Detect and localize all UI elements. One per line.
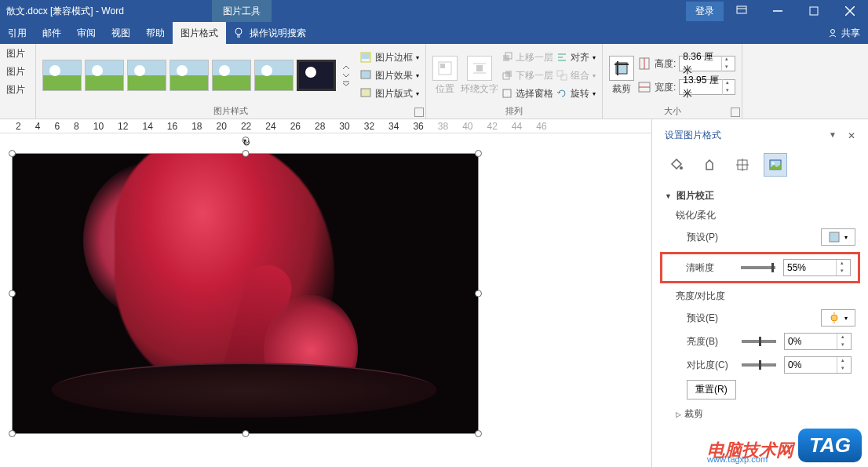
section-picture-correction[interactable]: ▼ 图片校正 [665,189,855,202]
bring-forward-button[interactable]: 上移一层 [501,51,553,64]
resize-handle[interactable] [9,290,16,297]
minimize-icon[interactable] [760,0,796,22]
brightness-input[interactable]: 0%▴▾ [784,333,852,350]
close-icon[interactable] [832,0,868,22]
resize-handle[interactable] [475,430,482,437]
layout-icon [359,87,372,100]
tab-references[interactable]: 引用 [0,22,35,44]
style-thumb[interactable] [42,60,82,91]
effects-tab-icon[interactable] [698,153,721,177]
svg-point-37 [680,166,683,170]
ribbon-item[interactable]: 图片 [6,83,29,97]
crop-button[interactable] [609,56,634,81]
scroll-up-icon[interactable] [342,64,350,71]
resize-handle[interactable] [9,430,16,437]
resize-handle[interactable] [242,430,249,437]
tab-help[interactable]: 帮助 [138,22,173,44]
svg-rect-3 [810,7,818,15]
group-label-styles: 图片样式 [42,104,419,117]
maximize-icon[interactable] [796,0,832,22]
resize-handle[interactable] [242,150,249,157]
height-input[interactable]: 8.36 厘米▴▾ [679,56,735,71]
sharpness-slider[interactable] [741,266,775,269]
border-icon [359,51,372,64]
group-button[interactable]: 组合▾ [556,69,596,82]
style-thumb[interactable] [170,60,209,91]
reset-button[interactable]: 重置(R) [687,380,736,400]
svg-point-44 [831,315,837,321]
svg-rect-13 [361,71,370,78]
watermark-url: www.tagxp.com [707,454,768,464]
ribbon-options-icon[interactable] [724,0,760,22]
scroll-down-icon[interactable] [342,72,350,78]
section-crop[interactable]: ▷ 裁剪 [665,407,855,421]
sharpness-input[interactable]: 55%▴▾ [783,259,851,276]
sharpness-label: 清晰度 [686,261,733,275]
picture-layout-button[interactable]: 图片版式▾ [359,87,419,100]
fill-tab-icon[interactable] [665,153,688,177]
effects-icon [359,69,372,82]
share-button[interactable]: 共享 [827,27,860,40]
preset-e-label: 预设(E) [687,312,734,325]
crop-icon [613,60,630,77]
contrast-label: 对比度(C) [687,359,734,372]
tell-me-search[interactable]: 操作说明搜索 [226,27,312,40]
panel-close-icon[interactable]: ✕ [848,130,855,141]
svg-rect-17 [476,65,483,71]
ribbon: 图片 图片 图片 图片边框▾ 图片效果▾ 图片版式▾ 图片样式 [0,44,868,119]
resize-handle[interactable] [475,150,482,157]
rotate-handle[interactable]: ↻ [242,137,249,144]
svg-point-9 [831,30,835,34]
rotate-button[interactable]: 旋转▾ [556,87,596,100]
tab-mailings[interactable]: 邮件 [35,22,69,44]
share-icon [827,27,838,38]
picture-border-button[interactable]: 图片边框▾ [359,51,419,64]
dialog-launcher-icon[interactable] [731,108,740,117]
brightness-slider[interactable] [742,340,776,343]
bring-forward-icon [501,52,512,63]
panel-dropdown-icon[interactable]: ▼ [829,130,837,141]
svg-point-42 [772,162,775,165]
svg-rect-16 [440,64,445,68]
svg-rect-20 [503,55,509,61]
panel-title: 设置图片格式 [665,129,721,142]
selected-image[interactable]: ↻ [12,153,479,434]
expand-icon: ▷ [676,410,681,418]
width-input[interactable]: 13.95 厘米▴▾ [679,79,735,95]
tab-view[interactable]: 视图 [104,22,138,44]
wrap-text-icon[interactable] [467,56,492,81]
picture-effects-button[interactable]: 图片效果▾ [359,69,419,82]
preset-p-button[interactable]: ▾ [821,228,855,246]
send-backward-button[interactable]: 下移一层 [501,69,553,82]
ribbon-item[interactable]: 图片 [6,47,29,60]
resize-handle[interactable] [9,150,16,157]
watermark: 电脑技术网 www.tagxp.com TAG [707,429,862,462]
position-icon[interactable] [432,56,458,81]
tab-review[interactable]: 审阅 [69,22,104,44]
height-label: 高度: [655,57,676,71]
resize-handle[interactable] [475,290,482,297]
contrast-input[interactable]: 0%▴▾ [784,356,852,374]
contrast-slider[interactable] [742,363,776,367]
dialog-launcher-icon[interactable] [414,108,424,117]
style-thumb[interactable] [85,60,124,91]
picture-tab-icon[interactable] [764,153,787,177]
selection-icon [501,88,512,99]
width-icon [637,80,651,94]
width-label: 宽度: [655,81,676,94]
tab-picture-format[interactable]: 图片格式 [173,22,226,44]
svg-point-6 [235,28,242,35]
selection-pane-button[interactable]: 选择窗格 [501,87,553,100]
ribbon-item[interactable]: 图片 [6,65,29,78]
more-icon[interactable] [342,80,350,86]
login-button[interactable]: 登录 [686,2,724,21]
style-thumb[interactable] [254,60,294,91]
group-label-size: 大小 [609,104,735,117]
align-button[interactable]: 对齐▾ [556,51,596,64]
style-thumb[interactable] [127,60,166,91]
style-thumb-selected[interactable] [297,60,336,91]
style-thumb[interactable] [212,60,251,91]
preset-e-button[interactable]: ▾ [821,309,855,327]
highlighted-sharpness-row: 清晰度 55%▴▾ [660,252,860,283]
layout-tab-icon[interactable] [731,153,754,177]
